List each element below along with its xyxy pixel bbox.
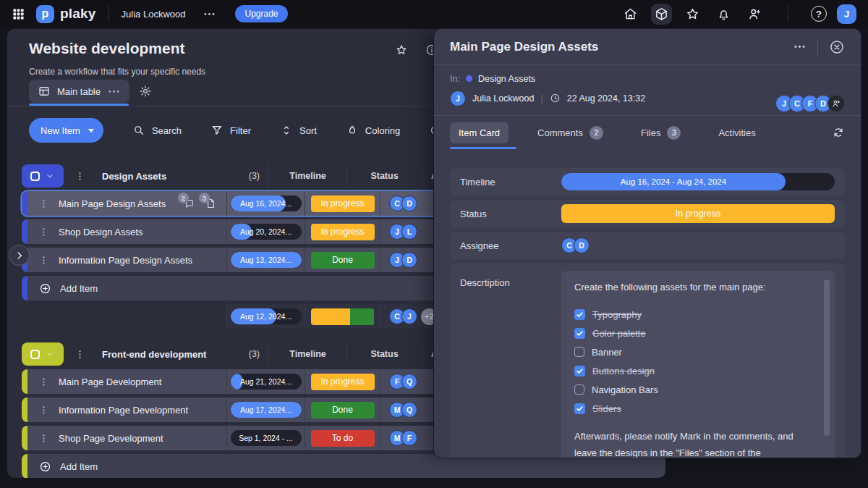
tab-item-card[interactable]: Item Card [450, 122, 509, 143]
column-header-status[interactable]: Status [346, 342, 422, 366]
item-name[interactable]: Main Page Development [59, 376, 161, 387]
sort-button[interactable]: Sort [280, 124, 317, 137]
comments-indicator[interactable]: 2 [184, 198, 195, 209]
board-settings-gear-icon[interactable] [139, 85, 152, 98]
timeline-pill[interactable]: Aug 13, 2024... [231, 252, 302, 268]
summary-timeline-pill[interactable]: Aug 12, 2024... [231, 308, 302, 324]
unchecked-checkbox[interactable] [574, 384, 584, 395]
checkbox[interactable] [30, 172, 40, 181]
chevron-down-icon[interactable] [45, 349, 55, 359]
home-icon[interactable] [620, 4, 641, 25]
close-icon[interactable] [829, 39, 845, 55]
checked-checkbox[interactable] [574, 366, 585, 376]
group-name[interactable]: Front-end development [102, 349, 206, 360]
column-header-timeline[interactable]: Timeline [268, 342, 346, 366]
avatar[interactable]: D [401, 252, 417, 268]
user-avatar[interactable]: J [837, 4, 856, 24]
status-pill[interactable]: Done [311, 402, 375, 418]
avatar[interactable]: Q [401, 374, 417, 390]
more-icon[interactable] [107, 85, 121, 98]
drag-handle-icon[interactable] [75, 172, 85, 181]
item-name[interactable]: Information Page Development [59, 405, 188, 416]
description-scrollbar[interactable] [824, 279, 830, 436]
avatar[interactable]: Q [401, 402, 417, 418]
drag-handle-icon[interactable] [39, 256, 48, 265]
drag-handle-icon[interactable] [39, 377, 48, 387]
tab-activities[interactable]: Activities [710, 122, 764, 143]
status-pill[interactable]: To do [311, 430, 375, 447]
item-name[interactable]: Shop Design Assets [59, 227, 142, 237]
item-name[interactable]: Shop Page Development [59, 433, 163, 444]
filter-button[interactable]: Filter [210, 124, 251, 137]
drag-handle-icon[interactable] [39, 405, 48, 415]
avatar[interactable]: D [401, 195, 417, 211]
checklist-item[interactable]: Sliders [574, 401, 810, 416]
checked-checkbox[interactable] [574, 403, 585, 414]
coloring-button[interactable]: Coloring [346, 124, 400, 137]
more-icon[interactable] [203, 7, 216, 21]
drag-handle-icon[interactable] [75, 350, 85, 359]
more-icon[interactable] [793, 40, 807, 54]
column-header-status[interactable]: Status [346, 164, 422, 188]
notifications-bell-icon[interactable] [713, 4, 734, 25]
status-bar[interactable]: In progress [561, 204, 835, 223]
checked-checkbox[interactable] [574, 328, 585, 339]
timeline-bar[interactable]: Aug 16, 2024 - Aug 24, 2024 [561, 173, 835, 190]
tab-comments[interactable]: Comments2 [529, 121, 612, 145]
author-name[interactable]: Julia Lockwood [472, 93, 534, 104]
checklist-item[interactable]: Buttons design [574, 363, 810, 378]
author-avatar[interactable]: J [450, 91, 466, 106]
brand-name[interactable]: plaky [60, 6, 96, 22]
timeline-pill[interactable]: Aug 21, 2024... [231, 374, 302, 390]
timeline-pill[interactable]: Aug 17, 2024... [231, 402, 302, 418]
tab-files[interactable]: Files3 [632, 121, 689, 145]
status-summary-bar[interactable] [311, 308, 375, 325]
drag-handle-icon[interactable] [39, 199, 48, 209]
add-member-button[interactable] [827, 95, 845, 112]
group-select-checkbox[interactable] [22, 164, 64, 188]
group-select-checkbox[interactable] [22, 342, 64, 366]
avatar[interactable]: F [401, 430, 417, 446]
board-star-icon[interactable] [395, 43, 408, 56]
timeline-pill[interactable]: Aug 16, 2024... [231, 195, 302, 211]
apps-grid-icon[interactable] [12, 7, 25, 21]
upgrade-button[interactable]: Upgrade [235, 5, 287, 22]
unchecked-checkbox[interactable] [574, 347, 584, 357]
workspace-user-name[interactable]: Julia Lockwood [122, 9, 186, 20]
new-item-button[interactable]: New Item [29, 118, 103, 143]
checkbox[interactable] [30, 350, 40, 359]
chevron-down-icon[interactable] [45, 171, 55, 181]
avatar[interactable]: L [401, 224, 417, 240]
sidebar-expand-button[interactable] [9, 245, 30, 266]
avatar[interactable]: J [401, 308, 417, 324]
help-icon[interactable]: ? [811, 6, 827, 22]
avatar[interactable]: D [574, 237, 590, 253]
description-editor[interactable]: Create the following assets for the main… [561, 271, 835, 458]
refresh-sync-icon[interactable] [832, 126, 845, 139]
invite-person-add-icon[interactable] [744, 4, 765, 25]
checklist-item[interactable]: Color palette [574, 326, 810, 340]
drag-handle-icon[interactable] [39, 227, 48, 237]
boards-cube-icon[interactable] [651, 4, 672, 25]
item-group-link[interactable]: Design Assets [478, 74, 535, 84]
status-pill[interactable]: In progress [311, 374, 375, 390]
favorites-star-icon[interactable] [682, 4, 703, 25]
files-indicator[interactable]: 3 [205, 198, 216, 209]
status-pill[interactable]: Done [311, 252, 375, 269]
group-name[interactable]: Design Assets [102, 171, 166, 182]
checklist-item[interactable]: Banner [574, 345, 810, 359]
search-button[interactable]: Search [132, 124, 182, 137]
status-pill[interactable]: In progress [311, 224, 375, 240]
item-name[interactable]: Information Page Design Assets [59, 255, 192, 266]
checklist-item[interactable]: Navigation Bars [574, 382, 810, 397]
drag-handle-icon[interactable] [39, 434, 48, 443]
column-header-timeline[interactable]: Timeline [268, 164, 346, 188]
item-name[interactable]: Main Page Design Assets [59, 198, 166, 209]
timeline-pill[interactable]: Sep 1, 2024 - ... [231, 430, 302, 446]
status-pill[interactable]: In progress [311, 195, 375, 212]
checklist-item[interactable]: Typography [574, 307, 810, 321]
view-tab-main-table[interactable]: Main table [29, 80, 129, 103]
checked-checkbox[interactable] [574, 309, 585, 320]
plaky-logo[interactable]: p [36, 5, 54, 23]
timeline-pill[interactable]: Aug 20, 2024... [231, 224, 302, 240]
